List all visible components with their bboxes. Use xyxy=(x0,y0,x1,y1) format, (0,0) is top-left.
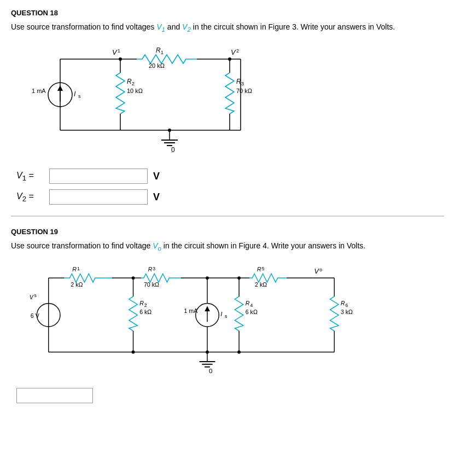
svg-text:0: 0 xyxy=(209,367,212,374)
circuit-1-svg: R 1 20 kΩ V 1 V 2 xyxy=(27,43,290,163)
v1-unit: V xyxy=(153,171,160,182)
svg-point-94 xyxy=(237,350,241,353)
q18-var2: V2 xyxy=(182,22,191,31)
q18-text-after: in the circuit shown in Figure 3. Write … xyxy=(191,22,395,31)
svg-text:1 mA: 1 mA xyxy=(32,88,46,94)
q18-text-mid: and xyxy=(165,22,182,31)
svg-text:2: 2 xyxy=(144,303,147,308)
svg-text:I: I xyxy=(74,90,76,98)
v1-answer-label: V1 = xyxy=(16,171,49,182)
q19-var1: Vo xyxy=(153,241,161,250)
svg-text:1: 1 xyxy=(118,48,120,54)
section-divider xyxy=(11,216,444,217)
svg-text:20 kΩ: 20 kΩ xyxy=(149,62,165,69)
svg-text:1 mA: 1 mA xyxy=(184,307,198,314)
svg-text:o: o xyxy=(319,267,322,272)
page: QUESTION 18 Use source transformation to… xyxy=(0,0,455,412)
v2-answer-label: V2 = xyxy=(16,191,49,203)
circuit-2-diagram: R 1 2 kΩ R 3 70 kΩ xyxy=(27,262,355,382)
svg-text:2: 2 xyxy=(132,81,135,86)
svg-text:2: 2 xyxy=(236,48,239,54)
question-19-section: QUESTION 19 Use source transformation to… xyxy=(11,228,444,403)
q19-text-after: in the circuit shown in Figure 4. Write … xyxy=(161,241,365,250)
svg-text:2 kΩ: 2 kΩ xyxy=(255,281,267,287)
svg-text:2 kΩ: 2 kΩ xyxy=(71,281,83,287)
svg-marker-72 xyxy=(205,306,210,311)
vo-answer-row xyxy=(16,388,444,403)
q19-text: Use source transformation to find voltag… xyxy=(11,240,444,253)
svg-text:6 kΩ: 6 kΩ xyxy=(246,308,258,315)
q19-label: QUESTION 19 xyxy=(11,228,444,236)
circuit-2-svg: R 1 2 kΩ R 3 70 kΩ xyxy=(27,262,355,384)
svg-text:3: 3 xyxy=(153,265,155,271)
svg-text:6: 6 xyxy=(346,303,348,308)
svg-text:R: R xyxy=(72,266,77,272)
svg-text:V: V xyxy=(231,48,236,56)
v2-unit: V xyxy=(153,191,160,203)
svg-text:s: s xyxy=(34,292,37,298)
q18-text: Use source transformation to find voltag… xyxy=(11,21,444,34)
v1-answer-row: V1 = V xyxy=(16,169,444,184)
v2-input[interactable] xyxy=(49,189,148,205)
svg-text:70 kΩ: 70 kΩ xyxy=(144,281,159,287)
svg-text:V: V xyxy=(112,48,118,56)
question-18-section: QUESTION 18 Use source transformation to… xyxy=(11,9,444,205)
circuit-1-diagram: R 1 20 kΩ V 1 V 2 xyxy=(27,43,290,163)
q18-label: QUESTION 18 xyxy=(11,9,444,17)
svg-text:3 kΩ: 3 kΩ xyxy=(341,308,353,315)
svg-text:R: R xyxy=(341,300,345,306)
svg-text:1: 1 xyxy=(161,50,164,55)
v1-input[interactable] xyxy=(49,169,148,184)
svg-text:R: R xyxy=(127,78,132,85)
svg-text:0: 0 xyxy=(171,146,175,154)
v2-answer-row: V2 = V xyxy=(16,189,444,205)
svg-marker-14 xyxy=(57,85,63,91)
svg-text:4: 4 xyxy=(250,303,253,308)
svg-text:5: 5 xyxy=(262,265,265,271)
svg-text:V: V xyxy=(30,293,34,300)
svg-text:I: I xyxy=(220,310,223,317)
svg-point-93 xyxy=(132,350,135,353)
svg-text:6 V: 6 V xyxy=(31,312,40,318)
svg-text:3: 3 xyxy=(241,81,244,86)
svg-text:6 kΩ: 6 kΩ xyxy=(139,308,151,315)
svg-text:R: R xyxy=(156,47,161,54)
q18-var1: V1 xyxy=(156,22,165,31)
svg-text:V: V xyxy=(314,268,320,275)
vo-input[interactable] xyxy=(16,388,93,403)
svg-text:R: R xyxy=(148,266,153,272)
svg-text:70 kΩ: 70 kΩ xyxy=(236,88,252,94)
svg-text:R: R xyxy=(246,300,250,306)
svg-text:R: R xyxy=(139,300,144,306)
svg-text:s: s xyxy=(78,94,81,99)
svg-text:10 kΩ: 10 kΩ xyxy=(127,88,143,94)
svg-text:1: 1 xyxy=(77,265,80,271)
svg-text:R: R xyxy=(257,266,261,272)
svg-text:s: s xyxy=(225,313,228,318)
q19-text-before: Use source transformation to find voltag… xyxy=(11,241,153,250)
q18-text-before: Use source transformation to find voltag… xyxy=(11,22,156,31)
